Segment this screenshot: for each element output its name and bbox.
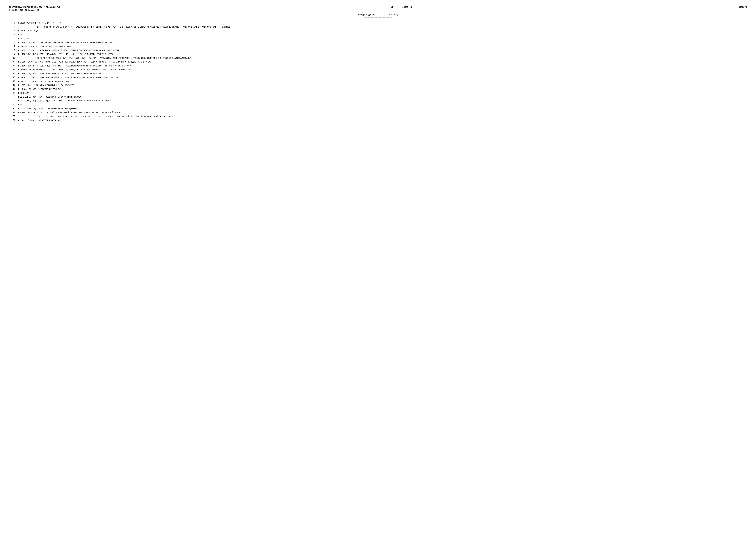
row-content: Е6-19 СОЩ.1-19,17(А2=29,98+(32,1-28,2),1… xyxy=(18,115,747,118)
table-row: 11Е1-959 ТЕХ.Ч.П.3.67,3.63(А5.1,32)(А3.1… xyxy=(9,61,747,64)
row-number: 16 xyxy=(9,80,18,83)
row-number: 4 xyxy=(9,33,18,37)
table-row: 10Е1-1579 Т.Ч.П.3.22(А5.1,1)(А3.1,1)(Р1.… xyxy=(9,57,747,60)
table-row: 5Н34=1,44* xyxy=(9,37,747,40)
doc-number: 24637-13 xyxy=(402,6,412,8)
row-content: Е1-1579 Т.Ч.П.3.22(А5.1,1)(А3.1,1)(Р1.1,… xyxy=(18,57,747,60)
table-row: 15Е1-1607' 5,990' ' ОБРАТНАЯ ЗАСЫПКА ПАЗ… xyxy=(9,76,747,79)
table-row: 7Е1-1614' 0,490,2' ' ТО ЖЕ НА ПОСЛЕДУЮЩИ… xyxy=(9,45,747,48)
row-content: ЕТЦЕННИК НА ПЕРЕВОЗКИ СТР.28(=1)' 5560' … xyxy=(18,68,747,71)
row-content: Е1-1607' 0,490' ' СНЯТИЕ РАСТИТЕЛЬНОГО Г… xyxy=(18,41,747,44)
row-number: 9 xyxy=(9,53,18,56)
page-header: ПРОГРАММНЫЙ КОМПЛЕКС АВО-ЗЕС ( РЕДАКЦИЯ … xyxy=(9,6,747,8)
table-row: 13ЕТЦЕННИК НА ПЕРЕВОЗКИ СТР.28(=1)' 5560… xyxy=(9,68,747,71)
row-content: Е1-1603' 3,100' ' РАБОТА НА ОТВАЛЕ ПРИ Д… xyxy=(18,72,747,75)
table-row: 12Е1-1607 ТЕХ.Ч.П.3.53(А3.1,25)' 0,275' … xyxy=(9,65,747,68)
subtitle: А-IV-600-476.90 Альбом I2 xyxy=(9,9,747,11)
table-row: 25Е6-19 СОЩ.1-19,17(А2=29,98+(32,1-28,2)… xyxy=(9,115,747,118)
table-row: 14Е1-1603' 3,100' ' РАБОТА НА ОТВАЛЕ ПРИ… xyxy=(9,72,747,75)
table-row: 21Е11-3(А2=8,78+(9,58-7,79),1,12#)' 415'… xyxy=(9,99,747,102)
table-row: 17Е1-967' 1,1' ' ОБРАТНАЯ ЗАСЫПКА ГРУНТА… xyxy=(9,84,747,87)
row-number: 5 xyxy=(9,37,18,40)
row-number: 20 xyxy=(9,96,18,99)
row-number: 7 xyxy=(9,45,18,48)
row-number: 14 xyxy=(9,72,18,75)
table-row: 2N' ' ТИПОВОЙ ПРОЕКТ А-4-500' ' ' ЗАГЛУБ… xyxy=(9,26,747,29)
row-content: N' ' ТИПОВОЙ ПРОЕКТ А-4-500' ' ' ЗАГЛУБЛ… xyxy=(18,26,747,29)
table-row: 18Е1-1184' 59,90' ' УПЛОТНЕНИЕ ГРУНТА* xyxy=(9,88,747,91)
table-row: 6Е1-1607' 0,490' ' СНЯТИЕ РАСТИТЕЛЬНОГО … xyxy=(9,41,747,44)
page-number: - 34 - xyxy=(388,6,395,8)
table-row: 24Е6-1(А2=27,42)' 51,9' ' УСТРОЙСТВО БЕТ… xyxy=(9,111,747,114)
row-number: 19 xyxy=(9,92,18,95)
row-content: Е1-1614' 5,99,2' ' ТО ЖЕ НА ПОСЛЕДУЮЩИЕ … xyxy=(18,80,747,83)
row-number: 23 xyxy=(9,107,18,110)
row-number: 12 xyxy=(9,65,18,68)
row-content: Е1-1184' 59,90' ' УПЛОТНЕНИЕ ГРУНТА* xyxy=(18,88,747,91)
row-number: 15 xyxy=(9,76,18,79)
row-content: Н10=16,5' Н11=8,6* xyxy=(18,29,747,33)
section-title: ИСХОДНЫЕ ДАННЫЕ xyxy=(358,14,376,16)
row-number: 2 xyxy=(9,26,18,29)
page-number-center: - 34 - 24637-13 xyxy=(388,6,412,8)
table-row: 26С124-1' 3,864' ' АРМАТУРА КЛАССА А1* xyxy=(9,119,747,122)
table-row: 20Е11-3(А2=8,78)' 445' ' ОБСЫПКА СТЕН СО… xyxy=(9,96,747,99)
row-content: Е1-1537 Т.Ч.П.3.22(А5.1,1)(А3.1,1)(Р1.1,… xyxy=(18,53,747,56)
row-number: 24 xyxy=(9,111,18,114)
row-content: Е6-1(А2=27,42)' 51,9' ' УСТРОЙСТВО БЕТОН… xyxy=(18,111,747,114)
row-number: 17 xyxy=(9,84,18,87)
row-content: Е1-967' 1,1' ' ОБРАТНАЯ ЗАСЫПКА ГРУНТА В… xyxy=(18,84,747,87)
table-row: 19Н34=1,29* xyxy=(9,92,747,95)
row-content: Е1-1607 ТЕХ.Ч.П.3.53(А3.1,25)' 0,275' ' … xyxy=(18,65,747,68)
row-number: 13 xyxy=(9,68,18,71)
row-number: 26 xyxy=(9,119,18,122)
row-number: 1 xyxy=(9,22,18,25)
row-number: 3 xyxy=(9,29,18,33)
row-number: 21 xyxy=(9,99,18,102)
row-content: С124-1' 3,864' ' АРМАТУРА КЛАССА А1* xyxy=(18,119,747,122)
row-content: Н34=1,44* xyxy=(18,37,747,40)
row-content: Е1-959 ТЕХ.Ч.П.3.67,3.63(А5.1,32)(А3.1,3… xyxy=(18,61,747,64)
data-rows-container: 1314900078' Н9Г1' С' ' 1.1' ' ' ' ' *2N'… xyxy=(9,22,747,122)
row-number: 11 xyxy=(9,61,18,64)
section-title-row: ИСХОДНЫЕ ДАННЫЕ (П.Н.= 8) xyxy=(9,14,747,16)
section-underline: ===================== xyxy=(9,16,747,18)
row-number: 18 xyxy=(9,88,18,91)
code-number: 14900078 xyxy=(738,6,747,8)
row-number: 25 xyxy=(9,115,18,118)
row-content: Р1* xyxy=(18,33,747,37)
section-params: (П.Н.= 8) xyxy=(388,14,398,16)
row-content: 314900078' Н9Г1' С' ' 1.1' ' ' ' ' * xyxy=(18,22,747,25)
table-row: 9Е1-1537 Т.Ч.П.3.22(А5.1,1)(А3.1,1)(Р1.1… xyxy=(9,53,747,56)
table-row: 3Н10=16,5' Н11=8,6* xyxy=(9,29,747,33)
row-number: 6 xyxy=(9,41,18,44)
table-row: 4Р1* xyxy=(9,33,747,37)
row-content: Р2* xyxy=(18,103,747,106)
row-content: Е1-1537' 3,50' ' РАЗРАБОТКА СУХОГО ГРУНТ… xyxy=(18,49,747,52)
row-content: Е11-3(А2=8,78+(9,58-7,79),1,12#)' 415' '… xyxy=(18,99,747,102)
table-row: 1314900078' Н9Г1' С' ' 1.1' ' ' ' ' * xyxy=(9,22,747,25)
row-number: 22 xyxy=(9,103,18,106)
row-content: Е1-1607' 5,990' ' ОБРАТНАЯ ЗАСЫПКА ПАЗУХ… xyxy=(18,76,747,79)
row-number: 8 xyxy=(9,49,18,52)
program-name: ПРОГРАММНЫЙ КОМПЛЕКС АВО-ЗЕС ( РЕДАКЦИЯ … xyxy=(9,6,63,8)
table-row: 16Е1-1614' 5,99,2' ' ТО ЖЕ НА ПОСЛЕДУЮЩИ… xyxy=(9,80,747,83)
row-content: Е1-1614' 0,490,2' ' ТО ЖЕ НА ПОСЛЕДУЮЩИЕ… xyxy=(18,45,747,48)
row-content: Е11-3(А2=8,78)' 445' ' ОБСЫПКА СТЕН СООР… xyxy=(18,96,747,99)
row-number: 10 xyxy=(9,57,18,60)
table-row: 22Р2* xyxy=(9,103,747,106)
table-row: 23Е11-2(А2=38,74)' 5,20' ' УПЛОТНЕНИЕ ГР… xyxy=(9,107,747,110)
table-row: 8Е1-1537' 3,50' ' РАЗРАБОТКА СУХОГО ГРУН… xyxy=(9,49,747,52)
row-content: Н34=1,29* xyxy=(18,92,747,95)
row-content: Е11-2(А2=38,74)' 5,20' ' УПЛОТНЕНИЕ ГРУН… xyxy=(18,107,747,110)
